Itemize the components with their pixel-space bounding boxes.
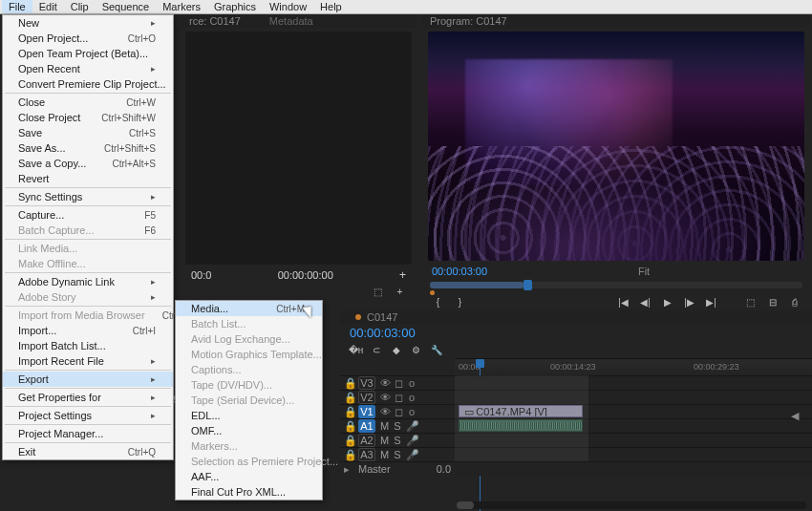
marker-btn[interactable]: ◆ bbox=[390, 344, 402, 356]
file-menu-item[interactable]: SaveCtrl+S bbox=[3, 125, 173, 140]
play-button[interactable]: ▶ bbox=[661, 296, 673, 309]
lock-icon[interactable]: 🔒 bbox=[344, 377, 353, 390]
timeline-tools: �н ⊂ ◆ ⚙ 🔧 bbox=[340, 342, 812, 358]
track-header-a3[interactable]: 🔒A3MS🎤 bbox=[340, 447, 455, 461]
program-fit-select[interactable]: Fit bbox=[638, 266, 650, 277]
menu-file[interactable]: File bbox=[2, 0, 32, 13]
file-menu-item[interactable]: Capture...F5 bbox=[3, 207, 173, 223]
lock-icon[interactable]: 🔒 bbox=[344, 449, 353, 461]
export-menu-item[interactable]: Final Cut Pro XML... bbox=[176, 484, 322, 500]
timeline-collapse-icon[interactable]: ◀ bbox=[791, 410, 799, 422]
track-header-v1[interactable]: 🔒V1👁◻o bbox=[340, 404, 455, 418]
video-clip[interactable]: ▭ C0147.MP4 [V] bbox=[459, 405, 583, 417]
lock-icon[interactable]: 🔒 bbox=[344, 406, 353, 418]
go-to-in-button[interactable]: |◀ bbox=[617, 296, 630, 309]
eye-icon[interactable]: 👁 bbox=[380, 392, 390, 403]
menu-markers[interactable]: Markers bbox=[156, 0, 207, 13]
export-menu-item: Tape (Serial Device)... bbox=[176, 393, 322, 408]
program-tab[interactable]: Program: C0147 bbox=[430, 15, 507, 27]
source-tc-right: 00:00:00:00 bbox=[278, 269, 333, 281]
timeline-tc[interactable]: 00:00:03:00 bbox=[340, 324, 812, 342]
program-scrubber[interactable] bbox=[430, 282, 802, 288]
file-menu-item: Link Media... bbox=[3, 241, 173, 256]
lift-button[interactable]: ⬚ bbox=[744, 296, 757, 309]
lock-icon[interactable]: 🔒 bbox=[344, 392, 353, 404]
track-header-a2[interactable]: 🔒A2MS🎤 bbox=[340, 433, 455, 447]
export-submenu: Media...Ctrl+MBatch List...Avid Log Exch… bbox=[175, 300, 323, 500]
go-to-out-button[interactable]: ▶| bbox=[705, 296, 717, 309]
menu-graphics[interactable]: Graphics bbox=[207, 0, 263, 13]
audio-clip[interactable] bbox=[459, 419, 583, 432]
file-menu-item[interactable]: Save As...Ctrl+Shift+S bbox=[3, 140, 173, 156]
insert-button[interactable]: ⬚ bbox=[372, 286, 384, 298]
track-header-v2[interactable]: 🔒V2👁◻o bbox=[340, 390, 455, 404]
file-menu-item[interactable]: Save a Copy...Ctrl+Alt+S bbox=[3, 156, 173, 171]
ruler-tick: 00:00:14:23 bbox=[550, 362, 596, 372]
file-menu-item[interactable]: Export bbox=[3, 372, 173, 387]
file-menu-item[interactable]: Open Project...Ctrl+O bbox=[3, 31, 173, 46]
sequence-tab[interactable]: C0147 bbox=[367, 311, 397, 323]
file-menu-item[interactable]: Revert bbox=[3, 171, 173, 186]
export-frame-button[interactable]: ⎙ bbox=[788, 296, 801, 309]
menu-sequence[interactable]: Sequence bbox=[96, 0, 157, 13]
ruler-tick: 00:00:29:23 bbox=[694, 362, 739, 372]
file-menu-item[interactable]: Project Settings bbox=[3, 408, 173, 423]
collapse-icon[interactable]: ▸ bbox=[344, 463, 353, 476]
file-menu-item: Adobe Story bbox=[3, 289, 173, 305]
file-menu-item[interactable]: Open Recent bbox=[3, 61, 173, 76]
file-menu-item[interactable]: Open Team Project (Beta)... bbox=[3, 46, 173, 61]
export-menu-item: Avid Log Exchange... bbox=[176, 331, 322, 347]
eye-icon[interactable]: 👁 bbox=[380, 406, 390, 417]
timeline-tabs: C0147 bbox=[340, 310, 812, 324]
eye-icon[interactable]: 👁 bbox=[380, 377, 390, 389]
file-menu-item[interactable]: Import Recent File bbox=[3, 353, 173, 369]
file-menu-item[interactable]: ExitCtrl+Q bbox=[3, 444, 173, 459]
step-back-button[interactable]: ◀| bbox=[639, 296, 652, 309]
track-header-master[interactable]: ▸Master0.0 bbox=[340, 461, 455, 476]
snap-toggle[interactable]: �н bbox=[350, 344, 362, 356]
file-menu-item[interactable]: Project Manager... bbox=[3, 426, 173, 441]
timeline-h-scrollbar[interactable] bbox=[457, 501, 806, 509]
metadata-tab[interactable]: Metadata bbox=[269, 15, 313, 27]
export-menu-item[interactable]: AAF... bbox=[176, 469, 322, 484]
add-marker-button[interactable]: + bbox=[399, 268, 406, 282]
track-header-v3[interactable]: 🔒V3👁◻o bbox=[340, 375, 455, 390]
lock-icon[interactable]: 🔒 bbox=[344, 420, 353, 433]
source-tab[interactable]: rce: C0147 bbox=[189, 15, 241, 27]
export-menu-item: Markers... bbox=[176, 438, 322, 454]
file-menu-item[interactable]: Get Properties for bbox=[3, 390, 173, 405]
overwrite-button[interactable]: + bbox=[394, 286, 406, 298]
file-menu-item[interactable]: CloseCtrl+W bbox=[3, 95, 173, 110]
file-menu-item[interactable]: Import...Ctrl+I bbox=[3, 323, 173, 338]
mark-in-button[interactable]: { bbox=[432, 296, 444, 309]
timeline-ruler[interactable]: 00:00 00:00:14:23 00:00:29:23 bbox=[455, 358, 812, 375]
sequence-indicator-icon bbox=[355, 314, 361, 320]
export-menu-item[interactable]: Media...Ctrl+M bbox=[176, 301, 322, 316]
track-lanes[interactable]: ▭ C0147.MP4 [V] bbox=[455, 375, 812, 476]
file-menu-item[interactable]: Sync Settings bbox=[3, 189, 173, 204]
file-menu-item[interactable]: Import Batch List... bbox=[3, 338, 173, 353]
export-menu-item[interactable]: EDL... bbox=[176, 408, 322, 423]
file-menu-item[interactable]: Close ProjectCtrl+Shift+W bbox=[3, 110, 173, 125]
file-menu-item[interactable]: New bbox=[3, 15, 173, 31]
wrench-icon[interactable]: 🔧 bbox=[430, 344, 442, 356]
program-tabs: Program: C0147 bbox=[422, 14, 810, 28]
file-menu-item: Import from Media BrowserCtrl+Alt+I bbox=[3, 308, 173, 323]
file-menu-item[interactable]: Adobe Dynamic Link bbox=[3, 274, 173, 289]
lock-icon[interactable]: 🔒 bbox=[344, 435, 353, 447]
menubar: FileEditClipSequenceMarkersGraphicsWindo… bbox=[0, 0, 812, 14]
file-menu-item[interactable]: Convert Premiere Clip Project... bbox=[3, 76, 173, 92]
step-fwd-button[interactable]: |▶ bbox=[683, 296, 695, 309]
menu-help[interactable]: Help bbox=[313, 0, 349, 13]
extract-button[interactable]: ⊟ bbox=[766, 296, 779, 309]
menu-clip[interactable]: Clip bbox=[64, 0, 96, 13]
source-tc-left: 00:0 bbox=[191, 269, 211, 281]
menu-edit[interactable]: Edit bbox=[32, 0, 64, 13]
export-menu-item[interactable]: OMF... bbox=[176, 423, 322, 438]
track-header-a1[interactable]: 🔒A1MS🎤 bbox=[340, 418, 455, 433]
linked-sel-toggle[interactable]: ⊂ bbox=[370, 344, 382, 356]
settings-icon[interactable]: ⚙ bbox=[410, 344, 422, 356]
menu-window[interactable]: Window bbox=[263, 0, 313, 13]
program-tc-left[interactable]: 00:00:03:00 bbox=[432, 266, 487, 277]
mark-out-button[interactable]: } bbox=[454, 296, 466, 309]
